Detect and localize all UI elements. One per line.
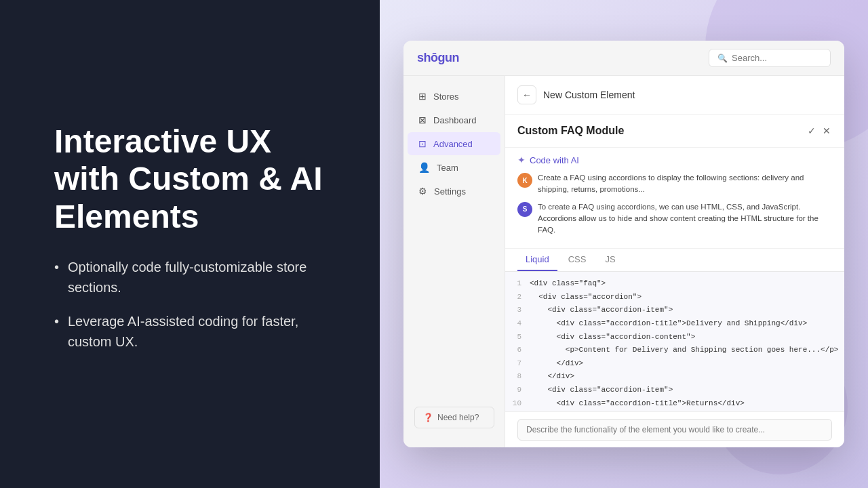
ai-section: ✦ Code with AI K Create a FAQ using acco… [505, 148, 844, 249]
line-content: <div class="accordion-item"> [530, 304, 673, 317]
code-line: 3 <div class="accordion-item"> [505, 304, 844, 317]
code-line: 2 <div class="accordion"> [505, 291, 844, 304]
ai-label-text: Code with AI [530, 155, 579, 165]
line-number: 9 [505, 384, 530, 396]
user-message-text: Create a FAQ using accordions to display… [538, 172, 832, 196]
main-content: ← New Custom Element Custom FAQ Module ✓ [505, 76, 844, 447]
line-number: 7 [505, 358, 530, 370]
sidebar-item-team[interactable]: 👤 Team [408, 156, 500, 179]
sidebar: ⊞ Stores ⊠ Dashboard ⊡ Advanced 👤 Team ⚙ [403, 76, 505, 447]
tab-liquid[interactable]: Liquid [517, 249, 557, 271]
stores-icon: ⊞ [418, 91, 427, 102]
line-content: <div class="faq"> [530, 278, 606, 290]
help-icon: ❓ [423, 413, 433, 422]
close-icon: ✕ [823, 125, 831, 136]
ai-message: S To create a FAQ using accordions, we c… [517, 201, 832, 237]
line-content: <div class="accordion-title">Delivery an… [530, 318, 807, 330]
line-number: 10 [505, 398, 530, 410]
check-button[interactable]: ✓ [806, 124, 817, 138]
line-content: <div class="accordion"> [530, 291, 642, 304]
tab-css[interactable]: CSS [560, 249, 595, 271]
ai-star-icon: ✦ [517, 155, 526, 165]
team-icon: 👤 [418, 162, 430, 173]
app-body: ⊞ Stores ⊠ Dashboard ⊡ Advanced 👤 Team ⚙ [403, 76, 844, 447]
check-icon: ✓ [808, 125, 816, 136]
close-button[interactable]: ✕ [821, 124, 832, 138]
dashboard-icon: ⊠ [418, 115, 427, 125]
user-avatar: K [517, 173, 532, 188]
top-bar: shōgun 🔍 [403, 41, 844, 76]
sidebar-item-settings[interactable]: ⚙ Settings [408, 180, 500, 203]
page-title: New Custom Element [543, 89, 635, 100]
code-line: 6 <p>Content for Delivery and Shipping s… [505, 344, 844, 357]
code-line: 7 </div> [505, 357, 844, 371]
element-description-input[interactable] [517, 419, 832, 441]
bottom-input-area [505, 411, 844, 447]
advanced-icon: ⊡ [418, 138, 427, 149]
element-name: Custom FAQ Module [517, 125, 624, 137]
code-editor[interactable]: 1<div class="faq">2 <div class="accordio… [505, 272, 844, 411]
back-button[interactable]: ← [517, 85, 536, 104]
line-number: 2 [505, 291, 530, 304]
element-form: Custom FAQ Module ✓ ✕ [505, 115, 844, 148]
sidebar-item-dashboard-label: Dashboard [433, 115, 477, 125]
search-bar[interactable]: 🔍 [709, 49, 831, 67]
need-help-button[interactable]: ❓ Need help? [414, 407, 494, 428]
line-number: 8 [505, 371, 530, 383]
main-heading: Interactive UX with Custom & AI Elements [54, 123, 339, 235]
line-content: </div> [530, 371, 574, 383]
line-content: <div class="accordion-item"> [530, 384, 673, 396]
back-icon: ← [522, 89, 532, 100]
line-number: 6 [505, 344, 530, 357]
code-tabs: Liquid CSS JS [505, 249, 844, 272]
line-number: 1 [505, 278, 530, 290]
need-help-label: Need help? [437, 413, 479, 422]
line-content: <div class="accordion-title">Returns</di… [530, 398, 745, 410]
app-logo: shōgun [417, 51, 459, 65]
ai-avatar: S [517, 202, 532, 217]
sidebar-item-settings-label: Settings [434, 186, 466, 197]
sidebar-item-team-label: Team [437, 163, 458, 173]
tab-js[interactable]: JS [597, 249, 623, 271]
sidebar-item-stores[interactable]: ⊞ Stores [408, 85, 500, 108]
bullet-list: Optionally code fully-customizable store… [54, 257, 339, 352]
sidebar-item-advanced-label: Advanced [433, 139, 473, 149]
code-line: 8 </div> [505, 370, 844, 384]
code-line: 4 <div class="accordion-title">Delivery … [505, 317, 844, 331]
search-icon: 🔍 [717, 54, 728, 63]
ai-label[interactable]: ✦ Code with AI [517, 155, 832, 165]
line-number: 5 [505, 331, 530, 344]
element-actions: ✓ ✕ [806, 124, 832, 138]
code-line: 9 <div class="accordion-item"> [505, 384, 844, 397]
app-window: shōgun 🔍 ⊞ Stores ⊠ Dashboard ⊡ [403, 41, 844, 447]
sidebar-item-dashboard[interactable]: ⊠ Dashboard [408, 108, 500, 131]
line-content: </div> [530, 358, 583, 370]
user-message: K Create a FAQ using accordions to displ… [517, 172, 832, 196]
sidebar-item-advanced[interactable]: ⊡ Advanced [408, 132, 500, 155]
code-line: 5 <div class="accordion-content"> [505, 331, 844, 344]
left-content: Interactive UX with Custom & AI Elements… [54, 123, 339, 365]
element-name-row: Custom FAQ Module ✓ ✕ [517, 124, 832, 138]
left-panel: Interactive UX with Custom & AI Elements… [0, 0, 380, 488]
bullet-item-1: Optionally code fully-customizable store… [54, 257, 339, 298]
right-panel: shōgun 🔍 ⊞ Stores ⊠ Dashboard ⊡ [380, 0, 868, 488]
ai-message-text: To create a FAQ using accordions, we can… [538, 201, 832, 237]
main-header: ← New Custom Element [505, 76, 844, 115]
line-number: 4 [505, 318, 530, 330]
bullet-item-2: Leverage AI-assisted coding for faster, … [54, 311, 339, 352]
code-line: 10 <div class="accordion-title">Returns<… [505, 397, 844, 411]
line-content: <p>Content for Delivery and Shipping sec… [530, 344, 838, 357]
line-number: 3 [505, 304, 530, 317]
sidebar-item-stores-label: Stores [433, 92, 459, 102]
settings-icon: ⚙ [418, 186, 427, 197]
search-input[interactable] [732, 53, 822, 63]
line-content: <div class="accordion-content"> [530, 331, 695, 344]
code-line: 1<div class="faq"> [505, 277, 844, 291]
